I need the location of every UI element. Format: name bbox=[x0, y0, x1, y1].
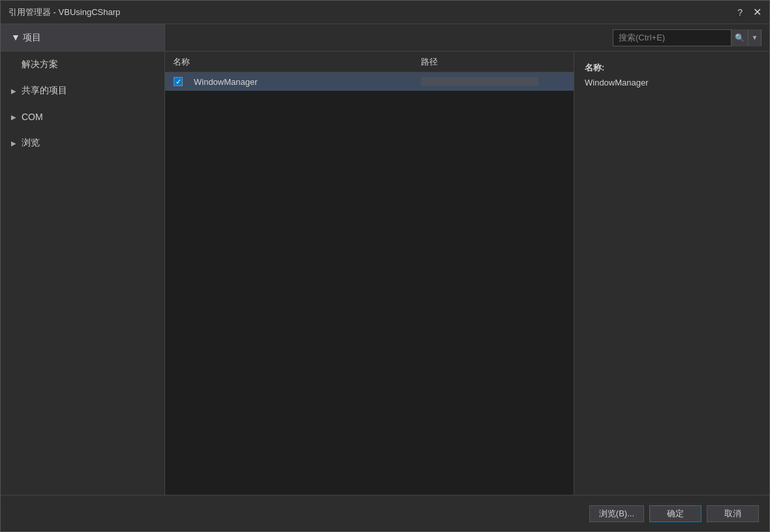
search-icon-button[interactable]: 🔍 bbox=[731, 29, 748, 46]
window-title: 引用管理器 - VBUsingCSharp bbox=[8, 7, 120, 18]
sidebar-item-solution[interactable]: 解决方案 bbox=[1, 52, 164, 78]
close-button[interactable]: ✕ bbox=[753, 6, 762, 18]
sidebar-header[interactable]: ▼ 项目 bbox=[1, 24, 164, 52]
sidebar-item-com-arrow: ▶ bbox=[11, 114, 16, 121]
chevron-down-icon: ▼ bbox=[752, 34, 758, 41]
table-area: 名称 路径 WindowManager bbox=[165, 52, 574, 495]
browse-button[interactable]: 浏览(B)... bbox=[589, 505, 644, 522]
right-panel: 🔍 ▼ 名称 路径 bbox=[165, 24, 769, 495]
search-icon: 🔍 bbox=[735, 33, 745, 42]
search-input[interactable] bbox=[613, 33, 731, 42]
search-dropdown-button[interactable]: ▼ bbox=[748, 29, 761, 46]
cancel-button[interactable]: 取消 bbox=[707, 505, 759, 522]
help-button[interactable]: ? bbox=[737, 7, 743, 18]
details-name-label: 名称: bbox=[585, 62, 759, 74]
sidebar-header-label: ▼ 项目 bbox=[11, 32, 41, 44]
sidebar-item-com-label: COM bbox=[22, 112, 43, 122]
sidebar: ▼ 项目 解决方案 ▶ 共享的项目 ▶ COM ▶ 浏览 bbox=[1, 24, 165, 495]
sidebar-item-com[interactable]: ▶ COM bbox=[1, 104, 164, 130]
table-row[interactable]: WindowManager bbox=[165, 72, 574, 91]
checkbox-checked bbox=[174, 77, 183, 86]
details-name-value: WindowManager bbox=[585, 78, 759, 87]
path-blur-placeholder bbox=[421, 77, 538, 86]
sidebar-item-solution-label: 解决方案 bbox=[22, 59, 58, 70]
title-bar: 引用管理器 - VBUsingCSharp ? ✕ bbox=[1, 1, 769, 24]
row-checkbox[interactable] bbox=[165, 77, 191, 86]
details-panel: 名称: WindowManager bbox=[574, 52, 769, 495]
title-bar-controls: ? ✕ bbox=[737, 6, 762, 18]
top-bar: 🔍 ▼ bbox=[165, 24, 769, 52]
main-layout: ▼ 项目 解决方案 ▶ 共享的项目 ▶ COM ▶ 浏览 bbox=[1, 24, 769, 495]
sidebar-item-shared-label: 共享的项目 bbox=[22, 85, 67, 97]
bottom-bar: 浏览(B)... 确定 取消 bbox=[1, 495, 769, 531]
sidebar-item-browse-arrow: ▶ bbox=[11, 140, 16, 147]
sidebar-item-shared[interactable]: ▶ 共享的项目 bbox=[1, 78, 164, 104]
title-bar-left: 引用管理器 - VBUsingCSharp bbox=[8, 7, 120, 18]
content-area: 名称 路径 WindowManager bbox=[165, 52, 769, 495]
sidebar-item-browse-label: 浏览 bbox=[22, 137, 40, 149]
col-header-name: 名称 bbox=[165, 56, 413, 68]
search-container: 🔍 ▼ bbox=[613, 29, 762, 46]
table-body: WindowManager bbox=[165, 72, 574, 495]
row-name-cell: WindowManager bbox=[191, 77, 413, 87]
sidebar-item-browse[interactable]: ▶ 浏览 bbox=[1, 130, 164, 156]
row-path-cell bbox=[413, 77, 574, 86]
reference-manager-window: 引用管理器 - VBUsingCSharp ? ✕ ▼ 项目 解决方案 ▶ 共享… bbox=[0, 0, 770, 532]
table-header: 名称 路径 bbox=[165, 52, 574, 72]
col-header-path: 路径 bbox=[413, 56, 574, 68]
ok-button[interactable]: 确定 bbox=[649, 505, 701, 522]
sidebar-item-shared-arrow: ▶ bbox=[11, 87, 16, 95]
